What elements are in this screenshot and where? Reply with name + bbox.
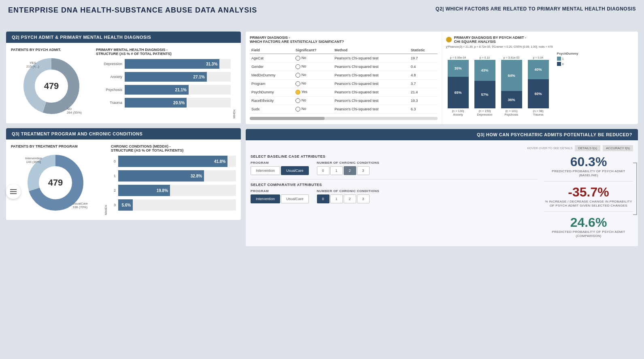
method-cell: Pearson's Chi-squared test xyxy=(333,97,409,105)
table-row: PsychDummy Yes Pearson's Chi-squared tes… xyxy=(250,88,438,97)
field-cell: Sudx xyxy=(250,105,294,114)
table-body: AgeCat No Pearson's Chi-squared test 19.… xyxy=(250,54,438,114)
donut-usualcare-label: UsualCare336 (70%) xyxy=(72,202,88,209)
bracket-icon xyxy=(633,163,637,215)
baseline-cond-1[interactable]: 1 xyxy=(330,166,343,175)
table-row: Gender No Pearson's Chi-squared test 0.4 xyxy=(250,63,438,71)
sig-circle xyxy=(295,56,300,61)
q3-bars: 0 41.8% 1 32.8% 2 19.8% 3 xyxy=(111,156,236,211)
method-cell: Pearson's Chi-squared test xyxy=(333,63,409,71)
chi-formula: χ²Pearson(3) = 21.39, p = 8.72e-05, V̂Cr… xyxy=(446,45,634,49)
q2-right-panel: PRIMARY DIAGNOSIS -WHICH FACTORS ARE STA… xyxy=(246,32,638,124)
stat-table: Field Significant? Method Statistic AgeC… xyxy=(250,47,438,114)
comparative-attr-row: PROGRAM Intervention UsualCare NUMBER OF… xyxy=(251,189,538,203)
comparison-prediction: 24.6% PREDICTED PROBABILITY OF PSYCH ADM… xyxy=(544,215,633,239)
bar-fill: 21.1% xyxy=(125,85,189,95)
comparative-cond-3[interactable]: 3 xyxy=(357,194,370,203)
bar-value: 21.1% xyxy=(175,88,187,92)
legend-label: 0 xyxy=(562,62,564,66)
comparative-cond-0[interactable]: 0 xyxy=(317,194,329,203)
method-cell: Pearson's Chi-squared test xyxy=(333,54,409,63)
chi-bar-group-1: p = 0.10 43% 57% (n = 150) Depression xyxy=(473,56,497,116)
chi-bar-sublabel: Psychosis xyxy=(505,113,519,116)
comparative-program-btns: Intervention UsualCare xyxy=(251,194,309,203)
q3-right-header: Q3| HOW CAN PSYCHIATRIC ADMITS POTENTIAL… xyxy=(246,129,638,140)
bar-label: Trauma xyxy=(96,101,122,105)
bar-title: PRIMARY MENTAL HEALTH DIAGNOSIS -STRUCTU… xyxy=(96,48,231,56)
col-statistic: Statistic xyxy=(409,47,438,54)
divider xyxy=(251,179,538,180)
field-cell: MedDxDummy xyxy=(250,71,294,80)
stacked-bar: 43% 57% xyxy=(474,60,495,108)
q3-donut: 479 Intervention143 (30%) UsualCare336 (… xyxy=(23,150,88,215)
toolbar: HOVER OVER TO SEE DETAILS DETAILS f(x) A… xyxy=(251,145,633,151)
q3-bar-section: CHRONIC CONDITIONS (MEDDX) -STRUCTURE (A… xyxy=(111,144,236,215)
seg-top: 35% xyxy=(448,60,469,77)
sig-circle xyxy=(295,90,300,95)
comparative-cond-1[interactable]: 1 xyxy=(330,194,343,203)
comparison-label: PREDICTED PROBABILITY OF PSYCH ADMIT (CO… xyxy=(544,230,633,239)
sig-circle xyxy=(295,73,300,78)
baseline-conditions-group: NUMBER OF CHRONIC CONDITIONS 0 1 2 3 xyxy=(317,161,379,175)
method-cell: Pearson's Chi-squared test xyxy=(333,71,409,80)
baseline-intervention-btn[interactable]: Intervention xyxy=(251,166,280,175)
menu-button[interactable] xyxy=(6,184,21,199)
details-button[interactable]: DETAILS f(x) xyxy=(575,145,600,151)
scroll-thumb xyxy=(250,117,325,120)
p-value-label: p = 0.10 xyxy=(480,56,490,59)
bar-row-2: Psychosis 21.1% xyxy=(96,85,231,95)
pred-divider2 xyxy=(544,211,633,212)
sig-cell: No xyxy=(294,97,333,105)
col-field: Field xyxy=(250,47,294,54)
table-row: Sudx No Pearson's Chi-squared test 6.3 xyxy=(250,105,438,114)
menu-icon xyxy=(10,189,17,194)
q3-left-header: Q3| TREATMENT PROGRAM AND CHRONIC CONDIT… xyxy=(6,128,241,139)
comparative-usualcare-btn[interactable]: UsualCare xyxy=(281,194,309,203)
comparative-intervention-btn[interactable]: Intervention xyxy=(251,194,280,203)
hbar-label: 2 xyxy=(111,188,116,192)
bar-label: Psychosis xyxy=(96,88,122,92)
q3-donut-title: PATIENTS BY TREATMENT PROGRAM xyxy=(11,144,100,148)
donut-center: 479 xyxy=(44,81,59,91)
baseline-program-group: PROGRAM Intervention UsualCare xyxy=(251,161,309,175)
q3-right-body: HOVER OVER TO SEE DETAILS DETAILS f(x) A… xyxy=(246,140,638,246)
seg-bot: 57% xyxy=(474,81,495,108)
baseline-cond-2[interactable]: 2 xyxy=(344,166,356,175)
p-value-label: p = 6.06e-04 xyxy=(450,56,466,59)
stat-cell: 0.4 xyxy=(409,63,438,71)
baseline-cond-3[interactable]: 3 xyxy=(357,166,370,175)
donut-yes-label: YES215 (4...) xyxy=(26,61,39,68)
hbar-value: 32.8% xyxy=(191,174,202,178)
seg-top: 40% xyxy=(528,60,549,79)
accuracy-button[interactable]: ACCURACY f(h) xyxy=(603,145,633,151)
donut-intervention-label: Intervention143 (30%) xyxy=(25,156,42,164)
hbar-track: 5.6% xyxy=(118,199,236,211)
meddx-axis-label: MedDx xyxy=(104,144,108,215)
stacked-bar: 40% 60% xyxy=(528,60,549,108)
sig-cell: Yes xyxy=(294,88,333,97)
bar-row-0: Depression 31.3% xyxy=(96,59,231,69)
top-right-header: Q2| WHICH FACTORS ARE RELATED TO PRIMARY… xyxy=(436,6,636,12)
chi-bar-label: (n = 150) xyxy=(478,109,491,113)
baseline-cond-0[interactable]: 0 xyxy=(317,166,329,175)
legend-box xyxy=(557,62,561,66)
hbar-track: 41.8% xyxy=(118,156,236,167)
table-title: PRIMARY DIAGNOSIS -WHICH FACTORS ARE STA… xyxy=(250,36,438,44)
q2-table-section: PRIMARY DIAGNOSIS -WHICH FACTORS ARE STA… xyxy=(246,32,442,124)
hbar-fill: 32.8% xyxy=(118,170,204,182)
comparative-program-label: PROGRAM xyxy=(251,189,309,193)
prediction-values: 60.3% PREDICTED PROBABILITY OF PSYCH ADM… xyxy=(544,154,633,241)
table-row: MedDxDummy No Pearson's Chi-squared test… xyxy=(250,71,438,80)
comparative-cond-2[interactable]: 2 xyxy=(344,194,356,203)
field-cell: RaceEthnicity xyxy=(250,97,294,105)
sig-cell: No xyxy=(294,63,333,71)
col-significant: Significant? xyxy=(294,47,333,54)
p-value-label: p = 3.91e-03 xyxy=(504,56,520,59)
chi-title: PRIMARY DIAGNOSIS BY PSYCH ADMIT - CHI S… xyxy=(446,36,634,44)
scroll-bar[interactable] xyxy=(250,117,438,120)
sig-cell: No xyxy=(294,71,333,80)
q2-left-panel: Q2| PSYCH ADMIT & PRIMARY MENTAL HEALTH … xyxy=(6,32,241,123)
chi-legend: PsychDummy 1 0 xyxy=(557,52,578,67)
baseline-usualcare-btn[interactable]: UsualCare xyxy=(281,166,309,175)
table-header-row: Field Significant? Method Statistic xyxy=(250,47,438,54)
